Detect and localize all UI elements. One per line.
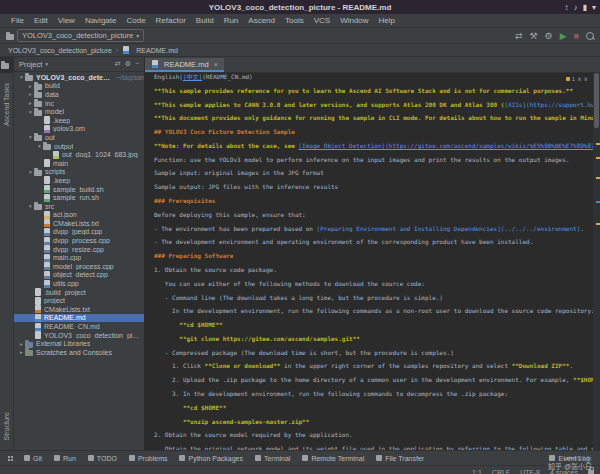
run-icon[interactable]: ▶ xyxy=(560,31,567,41)
tree-row[interactable]: ▸ External Libraries xyxy=(14,339,144,348)
tool-window-button[interactable]: Git xyxy=(18,455,48,462)
tree-row[interactable]: sample_run.sh xyxy=(14,193,144,202)
tool-window-button[interactable]: Terminal xyxy=(249,455,296,462)
tool-button-project[interactable] xyxy=(0,57,13,73)
tree-row[interactable]: main.cpp xyxy=(14,253,144,262)
tree-chevron-icon[interactable]: ▾ xyxy=(27,109,34,115)
prev-inspection-icon[interactable]: ∧ xyxy=(577,75,581,82)
menu-item[interactable]: Window xyxy=(335,16,373,25)
menu-item[interactable]: File xyxy=(6,16,29,25)
tree-row[interactable]: model_process.cpp xyxy=(14,262,144,271)
tree-row[interactable]: CMakeLists.txt xyxy=(14,219,144,228)
tree-row[interactable]: object_detect.cpp xyxy=(14,271,144,280)
tree-row[interactable]: ▾ scripts xyxy=(14,168,144,177)
menu-item[interactable]: Run xyxy=(219,16,244,25)
next-inspection-icon[interactable]: ∨ xyxy=(584,75,588,82)
menu-item[interactable]: VCS xyxy=(309,16,335,25)
tool-button-ascend-tasks[interactable]: Ascend Tasks xyxy=(3,83,10,126)
warning-stripe-mark[interactable] xyxy=(596,177,600,179)
tool-windows-toggle-icon[interactable] xyxy=(8,456,10,458)
tree-row[interactable]: dvpp_process.cpp xyxy=(14,236,144,245)
tool-window-button[interactable]: Remote Terminal xyxy=(296,455,370,462)
session-menu-icon[interactable]: ▾ xyxy=(592,3,596,12)
tree-row[interactable]: sample_build.sh xyxy=(14,185,144,194)
settings-icon[interactable]: ⚙ xyxy=(545,31,553,41)
battery-icon[interactable]: ▮ xyxy=(583,3,587,12)
tree-chevron-icon[interactable]: ▸ xyxy=(27,100,34,106)
tree-chevron-icon[interactable]: ▸ xyxy=(18,349,25,355)
search-icon[interactable] xyxy=(586,32,594,40)
tree-row[interactable]: ▾ src xyxy=(14,202,144,211)
build-icon[interactable]: ⚒ xyxy=(529,31,537,41)
menu-item[interactable]: Ascend xyxy=(243,16,280,25)
menu-item[interactable]: Help xyxy=(374,16,400,25)
tree-row[interactable]: .keep xyxy=(14,176,144,185)
tree-row[interactable]: .keep xyxy=(14,116,144,125)
tree-row[interactable]: acl.json xyxy=(14,211,144,220)
tree-row[interactable]: main xyxy=(14,159,144,168)
tool-window-button[interactable]: File Transfer xyxy=(370,455,430,462)
warning-stripe-mark[interactable] xyxy=(596,143,600,145)
tree-row[interactable]: ▸ inc xyxy=(14,99,144,108)
close-icon[interactable]: × xyxy=(214,60,219,69)
tool-window-button[interactable]: Python Packages xyxy=(173,455,248,462)
menu-item[interactable]: Navigate xyxy=(80,16,122,25)
tree-row[interactable]: CMakeLists.txt xyxy=(14,305,144,314)
tree-chevron-icon[interactable]: ▾ xyxy=(36,143,43,149)
breadcrumb-file[interactable]: README.md xyxy=(136,47,178,54)
tree-row[interactable]: dvpp_resize.cpp xyxy=(14,245,144,254)
network-icon[interactable]: ↕ xyxy=(565,3,569,12)
tree-row[interactable]: README_CN.md xyxy=(14,322,144,331)
tree-chevron-icon[interactable]: ▾ xyxy=(27,169,34,175)
tree-row[interactable]: project xyxy=(14,296,144,305)
info-stripe-mark[interactable] xyxy=(596,201,600,203)
tree-row[interactable]: ▾ output xyxy=(14,142,144,151)
readonly-lock-icon[interactable] xyxy=(588,470,594,474)
editor-tab-readme[interactable]: README.md × xyxy=(145,58,224,72)
tree-chevron-icon[interactable]: ▸ xyxy=(18,341,25,347)
tree-chevron-icon[interactable]: ▸ xyxy=(27,91,34,97)
warning-stripe-mark[interactable] xyxy=(596,157,600,159)
tool-window-button[interactable]: Run xyxy=(48,455,82,462)
tree-row[interactable]: README.md xyxy=(14,314,144,323)
tree-row[interactable]: ▾ model xyxy=(14,107,144,116)
tree-row[interactable]: yolov3.om xyxy=(14,125,144,134)
sound-icon[interactable]: ♪ xyxy=(574,3,578,12)
sync-icon[interactable]: ⇄ xyxy=(515,31,523,41)
stop-icon[interactable]: ■ xyxy=(574,31,579,41)
tree-row[interactable]: ▸ data xyxy=(14,90,144,99)
breadcrumb-project[interactable]: YOLOV3_coco_detection_picture xyxy=(8,47,112,54)
warning-stripe-mark[interactable] xyxy=(596,223,600,225)
locate-icon[interactable]: ⇄ xyxy=(115,60,121,68)
menu-item[interactable]: View xyxy=(53,16,80,25)
menu-item[interactable]: Refactor xyxy=(151,16,191,25)
gear-icon[interactable]: ⚙ xyxy=(125,60,131,68)
tree-row[interactable]: ▸ Scratches and Consoles xyxy=(14,348,144,357)
menu-item[interactable]: Code xyxy=(121,16,150,25)
chevron-down-icon[interactable]: ▾ xyxy=(45,61,48,67)
tool-window-button[interactable]: TODO xyxy=(82,455,123,462)
tree-row[interactable]: ▾ out xyxy=(14,133,144,142)
tree-row[interactable]: utils.cpp xyxy=(14,279,144,288)
status-item[interactable]: CRLF xyxy=(492,469,510,474)
menu-item[interactable]: Edit xyxy=(29,16,53,25)
project-panel-title[interactable]: Project xyxy=(19,60,42,69)
tree-row[interactable]: YOLOV3_coco_detection_picture.iml xyxy=(14,331,144,340)
status-item[interactable]: 1:1 xyxy=(472,469,482,474)
tool-window-button-event-log[interactable]: Event Log xyxy=(543,455,596,462)
menu-item[interactable]: Tools xyxy=(280,16,309,25)
tree-chevron-icon[interactable]: ▾ xyxy=(27,134,34,140)
status-item[interactable]: 4 spaces xyxy=(550,469,578,474)
tree-chevron-icon[interactable]: ▾ xyxy=(27,203,34,209)
tree-chevron-icon[interactable]: ▸ xyxy=(27,83,34,89)
tree-row[interactable]: dvpp_jpegd.cpp xyxy=(14,228,144,237)
collapse-icon[interactable]: − xyxy=(135,60,139,68)
editor-scrollbar[interactable] xyxy=(593,73,600,450)
editor-content[interactable]: English|[中文](README_CN.md)**This sample … xyxy=(145,73,593,450)
tree-row[interactable]: ▸ build xyxy=(14,82,144,91)
project-selector[interactable]: YOLOV3_coco_detection_picture ▾ xyxy=(17,29,144,42)
tool-button-structure[interactable]: Structure xyxy=(3,412,10,440)
tree-row[interactable]: out_dog1_1024_683.jpg xyxy=(14,150,144,159)
tool-window-button[interactable]: Problems xyxy=(123,455,174,462)
inspections-widget[interactable]: 1 ∧ ∨ xyxy=(566,75,588,82)
